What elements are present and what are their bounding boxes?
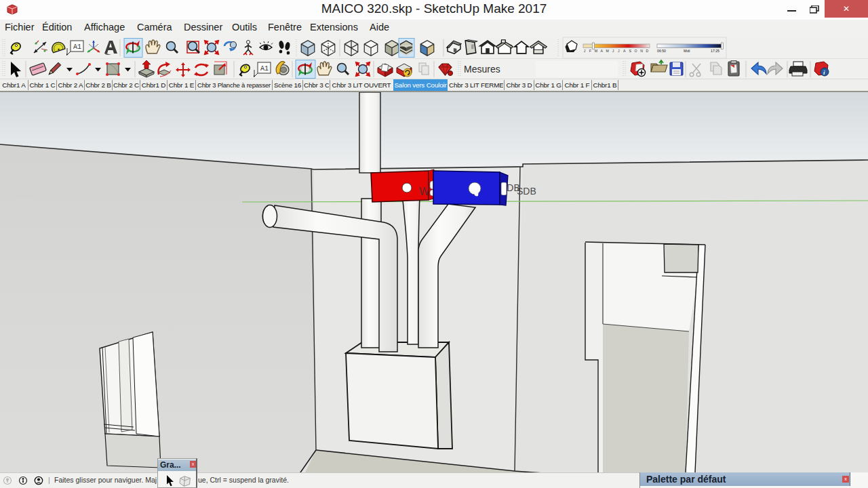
svg-text:SDB: SDB	[517, 186, 536, 197]
svg-text:17:25: 17:25	[711, 49, 719, 53]
svg-text:Midi: Midi	[684, 49, 690, 53]
svg-text:06:50: 06:50	[657, 49, 666, 53]
svg-text:J: J	[584, 49, 586, 53]
svg-text:N: N	[640, 49, 643, 53]
svg-text:M: M	[606, 49, 608, 53]
svg-text:A1: A1	[260, 65, 269, 73]
svg-text:A: A	[623, 49, 626, 53]
svg-text:D: D	[646, 49, 649, 53]
svg-text:W: W	[419, 186, 430, 197]
svg-text:A1: A1	[73, 43, 81, 51]
svg-text:J: J	[618, 49, 620, 53]
svg-text:J: J	[612, 49, 614, 53]
svg-text:O: O	[635, 49, 637, 53]
svg-text:A: A	[600, 49, 603, 53]
svg-text:Mesures: Mesures	[464, 64, 500, 75]
svg-text:F: F	[589, 49, 591, 53]
svg-text:M: M	[595, 49, 597, 53]
svg-text:S: S	[629, 49, 631, 53]
